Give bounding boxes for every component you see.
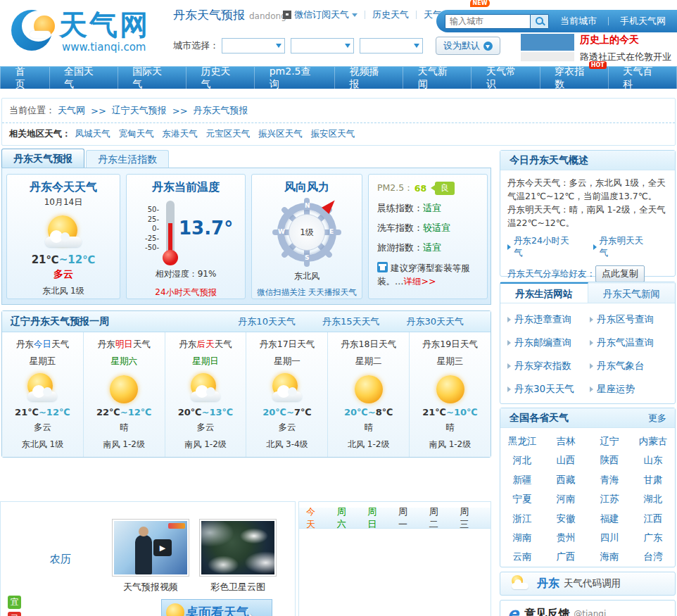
desktop-weather-banner[interactable]: 桌面看天气 (161, 599, 272, 616)
breadcrumb-home[interactable]: 天气网 (58, 104, 85, 117)
hourly-link[interactable]: 丹东24小时天气 (507, 235, 575, 259)
forecast-day-2[interactable]: 丹东后天天气 星期日 20℃~13℃ 多云 南风 1-2级 (165, 332, 246, 457)
tab-weather-news[interactable]: 丹东天气新闻 (588, 282, 676, 303)
province-link[interactable]: 云南 (500, 547, 544, 566)
province-link[interactable]: 辽宁 (588, 432, 631, 451)
copy-button[interactable]: 点此复制 (595, 265, 645, 282)
search-button[interactable] (531, 14, 549, 29)
province-link[interactable]: 海南 (588, 547, 631, 566)
province-link[interactable]: 黑龙江 (500, 432, 544, 451)
life-link[interactable]: 丹东区号查询 (590, 308, 672, 331)
nav-item-knowledge[interactable]: 天气常识 (471, 67, 539, 89)
province-link[interactable]: 广东 (631, 528, 675, 547)
history-weather-link[interactable]: 历史天气 (372, 8, 409, 21)
tianqi-logo-icon[interactable] (11, 10, 53, 52)
today-in-history[interactable]: 历史上的今天 路透社正式在伦敦开业 (521, 34, 673, 63)
tomorrow-link[interactable]: 丹东明天天气 (593, 235, 650, 259)
forecast-30day-link[interactable]: 丹东30天天气 (406, 315, 464, 328)
tab-weather-forecast[interactable]: 丹东天气预报 (1, 149, 84, 168)
day-tab-wed[interactable]: 周三 (460, 505, 475, 531)
tab-life-sites[interactable]: 丹东生活网站 (500, 282, 588, 303)
forecast-10day-link[interactable]: 丹东10天天气 (238, 315, 296, 328)
province-link[interactable]: 江苏 (588, 489, 631, 508)
nav-item-national[interactable]: 全国天气 (49, 67, 118, 89)
wechat-subscribe-link[interactable]: 微信订阅天气 (283, 8, 358, 21)
province-link[interactable]: 湖北 (631, 489, 675, 508)
forecast-day-1[interactable]: 丹东明日天气 星期六 22℃~12℃ 晴 南风 1-2级 (83, 332, 165, 457)
related-link[interactable]: 宽甸天气 (119, 128, 154, 140)
province-link[interactable]: 台湾 (631, 547, 675, 566)
life-link[interactable]: 丹东违章查询 (507, 308, 590, 331)
nav-item-pm25[interactable]: pm2.5查询 (254, 67, 334, 89)
province-link[interactable]: 四川 (588, 528, 631, 547)
breadcrumb-province[interactable]: 辽宁天气预报 (112, 104, 167, 117)
hourly-forecast-link[interactable]: 24小时天气预报 (155, 287, 216, 298)
life-link[interactable]: 星座运势 (590, 377, 672, 401)
province-link[interactable]: 吉林 (544, 432, 588, 451)
nav-item-video[interactable]: 视频播报 (334, 67, 403, 89)
mobile-site-link[interactable]: 手机天气网 (620, 15, 666, 27)
province-select[interactable] (222, 38, 285, 54)
detail-link[interactable]: 详细>> (404, 276, 436, 287)
site-url[interactable]: www.tianqi.com (62, 41, 146, 54)
forecast-day-5[interactable]: 丹东19日天气 星期三 21℃~10℃ 晴 南风 1-2级 (409, 332, 491, 457)
wechat-scan-link[interactable]: 微信扫描关注 天天播报天气 (257, 287, 357, 298)
city-search-input[interactable] (445, 14, 531, 29)
life-link[interactable]: 丹东邮编查询 (507, 331, 590, 354)
province-link[interactable]: 安徽 (544, 509, 588, 528)
province-link[interactable]: 西藏 (544, 470, 588, 489)
related-link[interactable]: 振兴区天气 (258, 128, 303, 140)
current-city-link[interactable]: 当前城市 (560, 15, 597, 27)
satellite-thumbnail[interactable] (199, 519, 277, 577)
district-select[interactable] (360, 38, 423, 54)
lunar-calendar-link[interactable]: 农历 (50, 553, 71, 566)
nav-item-dressing[interactable]: 穿衣指数 HOT (540, 67, 608, 89)
province-link[interactable]: 宁夏 (500, 489, 544, 508)
nav-item-home[interactable]: 首页 (0, 67, 49, 89)
nav-item-history[interactable]: 历史天气 (186, 67, 254, 89)
feedback-bar[interactable]: e 意见反馈 @tianqi (500, 600, 676, 616)
set-default-button[interactable]: 设为默认 (436, 37, 500, 55)
site-name[interactable]: 天气网 (59, 6, 150, 44)
province-link[interactable]: 浙江 (500, 509, 544, 528)
life-link[interactable]: 丹东30天天气 (507, 377, 590, 401)
tab-life-index[interactable]: 丹东生活指数 (86, 150, 169, 168)
forecast-day-4[interactable]: 丹东18日天气 星期二 20℃~8℃ 晴 北风 1-2级 (327, 332, 409, 457)
weather-code-bar[interactable]: 丹东 天气代码调用 (500, 572, 676, 596)
nav-item-international[interactable]: 国际天气 (118, 67, 186, 89)
nav-item-news[interactable]: 天气新闻 (403, 67, 471, 89)
related-link[interactable]: 元宝区天气 (206, 128, 251, 140)
province-link[interactable]: 内蒙古 (631, 432, 675, 451)
province-link[interactable]: 河南 (544, 489, 588, 508)
day-tab-sat[interactable]: 周六 (337, 505, 353, 531)
related-link[interactable]: 凤城天气 (75, 128, 110, 140)
play-icon[interactable] (153, 539, 172, 556)
related-link[interactable]: 东港天气 (163, 128, 198, 140)
province-link[interactable]: 陕西 (588, 451, 631, 470)
nav-item-wiki[interactable]: 天气百科 (608, 67, 677, 89)
life-link[interactable]: 丹东气象台 (590, 354, 672, 377)
related-link[interactable]: 振安区天气 (311, 128, 355, 140)
province-link[interactable]: 广西 (544, 547, 588, 566)
province-link[interactable]: 甘肃 (631, 470, 675, 489)
city-select[interactable] (291, 38, 354, 54)
weather-video-thumbnail[interactable] (112, 519, 189, 577)
province-link[interactable]: 山东 (631, 451, 675, 470)
life-link[interactable]: 丹东气温查询 (590, 331, 672, 354)
day-tab-sun[interactable]: 周日 (367, 505, 383, 531)
province-link[interactable]: 贵州 (544, 528, 588, 547)
history-title[interactable]: 历史上的今天 (580, 34, 673, 46)
day-tab-today[interactable]: 今天 (306, 505, 322, 531)
life-link[interactable]: 丹东穿衣指数 (507, 354, 590, 377)
forecast-day-0[interactable]: 丹东今日天气 星期五 21℃~12℃ 多云 东北风 1级 (2, 332, 83, 457)
province-link[interactable]: 青海 (588, 470, 631, 489)
province-link[interactable]: 河北 (500, 451, 544, 470)
forecast-day-3[interactable]: 丹东17日天气 星期一 20℃~7℃ 多云 北风 3-4级 (246, 332, 327, 457)
province-link[interactable]: 山西 (544, 451, 588, 470)
more-link[interactable]: 更多 (648, 412, 666, 425)
day-tab-tue[interactable]: 周二 (429, 505, 445, 531)
province-link[interactable]: 新疆 (500, 470, 544, 489)
province-link[interactable]: 福建 (588, 509, 631, 528)
forecast-15day-link[interactable]: 丹东15天天气 (322, 315, 380, 328)
province-link[interactable]: 江西 (631, 509, 675, 528)
